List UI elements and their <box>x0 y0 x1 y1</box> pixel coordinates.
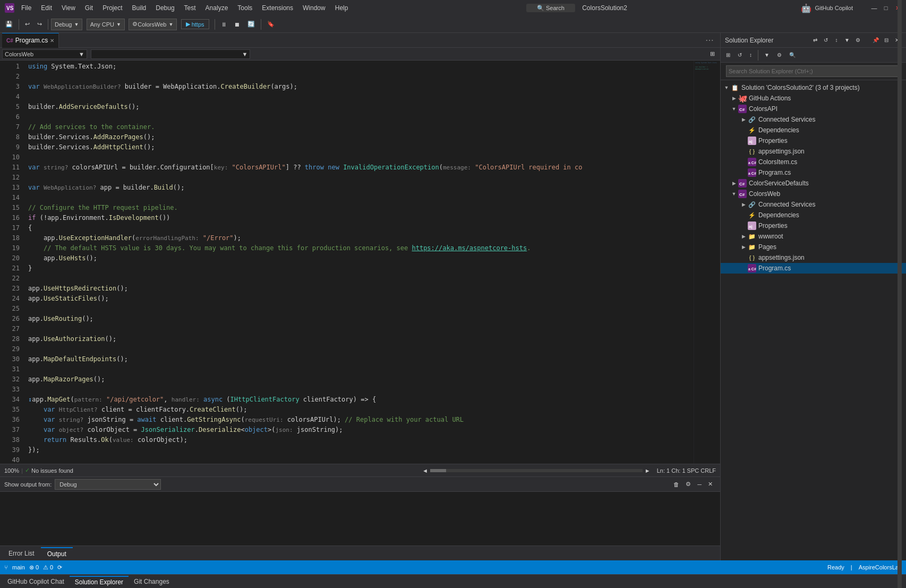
se-settings[interactable]: ⚙ <box>774 51 785 59</box>
tree-api-deps[interactable]: ⚡ Dependencies <box>721 125 906 135</box>
menu-build[interactable]: Build <box>128 3 151 13</box>
se-btn-sync[interactable]: ⇄ <box>810 36 820 45</box>
tab-program-cs[interactable]: C# Program.cs ✕ <box>2 33 59 48</box>
tree-api-colorsitem[interactable]: a C# ColorsItem.cs <box>721 157 906 167</box>
tab-solution-explorer[interactable]: Solution Explorer <box>70 576 129 587</box>
zoom-level[interactable]: 100% <box>4 467 19 474</box>
tree-api-program[interactable]: a C# Program.cs <box>721 167 906 178</box>
tree-service-defaults[interactable]: ▶ C# ColorServiceDefaults <box>721 178 906 189</box>
api-program-label: Program.cs <box>758 169 791 176</box>
toolbar-undo[interactable]: ↩ <box>22 20 33 29</box>
tree-web-program[interactable]: a C# Program.cs <box>721 263 906 274</box>
tree-api-appsettings[interactable]: { } appsettings.json <box>721 146 906 157</box>
output-close[interactable]: ✕ <box>705 480 716 489</box>
tree-web-pages[interactable]: ▶ 📁 Pages <box>721 242 906 252</box>
colorsitem-label: ColorsItem.cs <box>758 158 797 166</box>
tab-error-list[interactable]: Error List <box>2 548 41 559</box>
maximize-button[interactable]: □ <box>882 4 890 12</box>
git-icon: ⑂ <box>4 564 8 570</box>
se-search[interactable]: 🔍 <box>786 51 799 59</box>
toolbar-stop[interactable]: ⏹ <box>231 20 243 29</box>
se-header: Solution Explorer ⇄ ↺ ↕ ▼ ⚙ 📌 ⊟ ✕ <box>721 33 906 48</box>
se-btn-refresh[interactable]: ↺ <box>821 36 831 45</box>
se-refresh[interactable]: ↺ <box>734 51 745 59</box>
menu-file[interactable]: File <box>17 3 36 13</box>
tree-web-props[interactable]: a| Properties <box>721 220 906 231</box>
tree-solution-root[interactable]: ▼ 📋 Solution 'ColorsSolution2' (3 of 3 p… <box>721 82 906 93</box>
toolbar-restart[interactable]: 🔄 <box>244 20 258 29</box>
toolbar-sep-3 <box>215 19 215 30</box>
github-copilot-label[interactable]: GitHub Copilot <box>815 5 853 11</box>
se-pin[interactable]: 📌 <box>871 36 881 45</box>
toolbar-break[interactable]: ⏸ <box>218 20 230 29</box>
toolbar-redo[interactable]: ↪ <box>34 20 45 29</box>
cs-icon-web-prog: a C# <box>747 263 757 273</box>
output-clear[interactable]: 🗑 <box>670 480 682 489</box>
tab-git-changes[interactable]: Git Changes <box>129 576 175 587</box>
menu-debug[interactable]: Debug <box>151 3 178 13</box>
aspire-label[interactable]: AspireColorsLab <box>859 564 902 570</box>
output-collapse[interactable]: ─ <box>694 480 705 489</box>
scroll-left[interactable]: ◄ <box>422 467 428 474</box>
toolbar-save[interactable]: 💾 <box>2 20 16 29</box>
tab-close[interactable]: ✕ <box>50 38 54 44</box>
se-float[interactable]: ⊟ <box>882 36 891 45</box>
path-collapse-button[interactable]: ⊞ <box>707 49 718 58</box>
se-btn-collapse[interactable]: ↕ <box>832 36 841 45</box>
menu-test[interactable]: Test <box>180 3 200 13</box>
toolbar-sep-1 <box>19 19 19 30</box>
tab-copilot-chat[interactable]: GitHub Copilot Chat <box>2 576 70 587</box>
tree-web-connected[interactable]: ▶ 🔗 Connected Services <box>721 199 906 210</box>
line-numbers: 12345 678910 1112131415 1617181920 21222… <box>0 61 24 464</box>
menu-analyze[interactable]: Analyze <box>201 3 233 13</box>
toolbar-bookmark[interactable]: 🔖 <box>264 20 278 29</box>
tab-output[interactable]: Output <box>41 547 73 560</box>
code-editor[interactable]: 12345 678910 1112131415 1617181920 21222… <box>0 61 720 464</box>
tree-web-appsettings[interactable]: { } appsettings.json <box>721 252 906 263</box>
output-filter[interactable]: ⚙ <box>682 480 694 489</box>
project-dropdown[interactable]: ⚙ ColorsWeb▼ <box>129 19 177 30</box>
path-dropdown-right[interactable]: ▼ <box>91 49 250 59</box>
run-button[interactable]: ▶ https <box>181 19 209 29</box>
menu-extensions[interactable]: Extensions <box>258 3 297 13</box>
tree-github-actions[interactable]: ▶ 🐙 GitHub Actions <box>721 93 906 104</box>
se-btn-settings[interactable]: ⚙ <box>853 36 862 45</box>
cs-icon-api-prog: a C# <box>747 168 757 177</box>
tree-api-connected[interactable]: ▶ 🔗 Connected Services <box>721 114 906 125</box>
se-btn-filter[interactable]: ▼ <box>842 36 852 45</box>
ch-label: Ch: 1 <box>671 467 685 474</box>
se-search-input[interactable] <box>726 65 901 77</box>
se-collapse-all[interactable]: ↕ <box>746 51 755 59</box>
menu-help[interactable]: Help <box>331 3 353 13</box>
tab-label: Program.cs <box>15 37 48 44</box>
output-source-dropdown[interactable]: Debug <box>55 479 161 490</box>
tree-colors-api[interactable]: ▼ C# ColorsAPI <box>721 104 906 114</box>
new-tab-button[interactable]: ⋯ <box>701 35 718 45</box>
search-bar[interactable]: 🔍 Search <box>526 4 575 12</box>
se-search-bar <box>721 63 906 80</box>
path-dropdown-left[interactable]: ColorsWeb▼ <box>2 49 87 59</box>
scroll-right[interactable]: ► <box>645 467 651 474</box>
platform-dropdown[interactable]: Any CPU▼ <box>87 19 125 30</box>
menu-window[interactable]: Window <box>298 3 330 13</box>
code-text[interactable]: using System.Text.Json; var WebApplicati… <box>24 61 694 464</box>
tree-web-wwwroot[interactable]: ▶ 📁 wwwroot <box>721 231 906 242</box>
menu-tools[interactable]: Tools <box>233 3 257 13</box>
menu-view[interactable]: View <box>57 3 80 13</box>
pages-icon: 📁 <box>747 242 757 252</box>
menu-git[interactable]: Git <box>81 3 97 13</box>
git-branch[interactable]: main <box>12 564 25 570</box>
web-props-label: Properties <box>758 222 788 229</box>
menu-project[interactable]: Project <box>98 3 126 13</box>
title-bar-left: VS File Edit View Git Project Build Debu… <box>4 3 352 13</box>
se-filter[interactable]: ▼ <box>761 51 773 59</box>
tree-api-props[interactable]: a| Properties <box>721 135 906 146</box>
menu-edit[interactable]: Edit <box>37 3 56 13</box>
minimize-button[interactable]: — <box>870 4 878 12</box>
debug-config-dropdown[interactable]: Debug▼ <box>51 19 82 30</box>
svg-text:a|: a| <box>749 139 753 144</box>
editor-tabs: C# Program.cs ✕ ⋯ <box>0 33 720 48</box>
tree-colors-web[interactable]: ▼ C# ColorsWeb <box>721 189 906 199</box>
se-show-all[interactable]: ⊞ <box>723 51 733 59</box>
tree-web-deps[interactable]: ⚡ Dependencies <box>721 210 906 220</box>
